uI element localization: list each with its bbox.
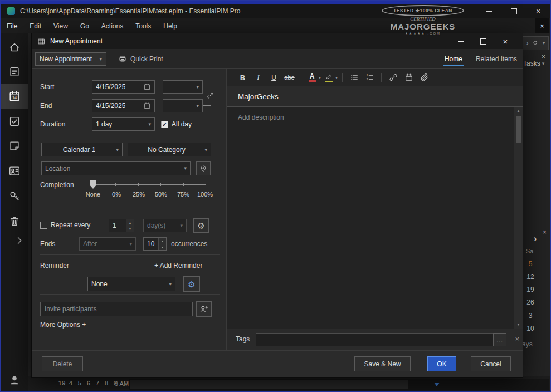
calendar-picker-icon[interactable]: [143, 83, 151, 91]
occurrences-stepper[interactable]: 10 ▲ ▼: [143, 237, 167, 251]
mini-calendar-day[interactable]: 3: [524, 312, 537, 320]
ok-button[interactable]: OK: [427, 356, 456, 371]
underline-button[interactable]: U: [267, 71, 281, 84]
dialog-minimize-button[interactable]: [450, 33, 472, 49]
mini-calendar-day[interactable]: 10: [524, 325, 537, 332]
attach-file-button[interactable]: [417, 71, 431, 84]
chevron-down-icon[interactable]: ▾: [335, 75, 338, 80]
tags-input[interactable]: [256, 333, 493, 346]
repeat-label[interactable]: Repeat every: [51, 221, 90, 229]
sidebar-expand-chevron-icon[interactable]: [14, 235, 25, 246]
cancel-button[interactable]: Cancel: [471, 356, 511, 371]
repeat-interval-stepper[interactable]: 1 ▲ ▼: [109, 219, 134, 232]
completion-slider-handle[interactable]: [90, 180, 96, 189]
menu-view[interactable]: View: [47, 18, 74, 33]
mini-calendar-day[interactable]: 12: [524, 273, 537, 281]
spin-down-icon[interactable]: ▼: [159, 244, 166, 250]
menu-edit[interactable]: Edit: [23, 18, 47, 33]
category-dropdown[interactable]: No Category ▾: [128, 143, 211, 156]
description-area[interactable]: Add description ▲ ▼: [227, 107, 523, 329]
end-time-dropdown[interactable]: ▾: [163, 99, 203, 112]
scrollbar-thumb[interactable]: [130, 380, 408, 389]
reminder-settings-button[interactable]: ⚙: [183, 276, 200, 292]
more-options-expander[interactable]: More Options +: [40, 321, 86, 329]
menu-actions[interactable]: Actions: [95, 18, 129, 33]
scroll-down-arrow-icon[interactable]: [434, 383, 440, 386]
start-date-input[interactable]: 4/15/2025: [92, 80, 155, 94]
sidebar-item-trash[interactable]: [1, 209, 28, 233]
search-box[interactable]: › ▾: [523, 36, 549, 50]
date-cell[interactable]: 4: [66, 380, 75, 386]
chevron-down-icon[interactable]: ▾: [319, 75, 321, 80]
spin-up-icon[interactable]: ▲: [126, 219, 134, 226]
all-day-label[interactable]: All day: [172, 120, 192, 128]
description-scrollbar[interactable]: ▲ ▼: [514, 107, 523, 329]
dialog-close-button[interactable]: ×: [494, 33, 516, 49]
mini-calendar-day[interactable]: 26: [524, 298, 537, 306]
add-participant-button[interactable]: [196, 301, 212, 317]
start-time-dropdown[interactable]: ▾: [163, 80, 203, 94]
invite-participants-input[interactable]: [40, 302, 193, 316]
numbered-list-button[interactable]: 12: [363, 71, 377, 84]
sidebar-item-passwords[interactable]: [1, 184, 28, 208]
tags-browse-button[interactable]: ...: [493, 333, 506, 346]
scroll-down-icon[interactable]: ▼: [514, 323, 523, 326]
quick-print-button[interactable]: Quick Print: [118, 52, 163, 66]
ends-dropdown[interactable]: After ▾: [79, 237, 136, 251]
spin-up-icon[interactable]: ▲: [159, 238, 166, 244]
completion-slider-track[interactable]: [93, 184, 206, 185]
mini-calendar-day[interactable]: 19: [524, 286, 537, 293]
item-type-dropdown[interactable]: New Appointment ▾: [35, 52, 106, 66]
tab-related-items[interactable]: Related Items: [476, 49, 517, 68]
date-cell[interactable]: 7: [93, 380, 102, 386]
repeat-unit-dropdown[interactable]: day(s) ▾: [143, 219, 187, 232]
insert-date-button[interactable]: [402, 71, 416, 84]
user-avatar-icon[interactable]: [8, 374, 21, 386]
sidebar-item-tasks[interactable]: [1, 109, 28, 134]
subject-field[interactable]: MajorGeeks: [227, 86, 523, 107]
spin-down-icon[interactable]: ▼: [126, 226, 134, 232]
end-date-input[interactable]: 4/15/2025: [92, 99, 155, 112]
menu-go[interactable]: Go: [74, 18, 95, 33]
menubar-close-icon[interactable]: ×: [535, 18, 549, 33]
menu-tools[interactable]: Tools: [129, 18, 157, 33]
date-cell[interactable]: 19: [57, 380, 66, 386]
maximize-button[interactable]: [501, 4, 526, 18]
date-cell[interactable]: 6: [84, 380, 93, 386]
bullet-list-button[interactable]: [347, 71, 361, 84]
date-cell[interactable]: 5: [75, 380, 84, 386]
horizontal-scrollbar[interactable]: [129, 379, 549, 390]
sidebar-item-contacts[interactable]: [1, 159, 28, 183]
link-times-icon[interactable]: [207, 92, 214, 99]
sidepanel-close-icon[interactable]: ×: [543, 229, 547, 236]
scrollbar-thumb[interactable]: [516, 116, 521, 143]
delete-button[interactable]: Delete: [42, 356, 83, 371]
sidebar-item-sticky-notes[interactable]: [1, 134, 28, 158]
sidebar-item-calendar[interactable]: 14: [1, 84, 28, 109]
insert-link-button[interactable]: [386, 71, 400, 84]
app-icon[interactable]: [7, 7, 15, 15]
tasks-panel-header[interactable]: Tasks ▾: [523, 60, 544, 67]
calendar-dropdown[interactable]: Calendar 1 ▾: [41, 143, 123, 156]
repeat-checkbox[interactable]: [40, 222, 47, 229]
close-button[interactable]: ×: [526, 4, 550, 18]
italic-button[interactable]: I: [251, 71, 265, 84]
strikethrough-button[interactable]: abe: [282, 71, 296, 84]
save-and-new-button[interactable]: Save & New: [354, 356, 411, 371]
reminder-dropdown[interactable]: None ▾: [87, 277, 175, 291]
calendar-picker-icon[interactable]: [143, 102, 151, 110]
tags-clear-icon[interactable]: ×: [515, 335, 519, 342]
duration-dropdown[interactable]: 1 day ▾: [92, 117, 155, 131]
scroll-up-icon[interactable]: ▲: [514, 109, 523, 112]
sidebar-item-notes[interactable]: [1, 60, 28, 84]
tab-home[interactable]: Home: [445, 49, 462, 68]
all-day-checkbox[interactable]: ✓: [161, 121, 168, 128]
mini-calendar-day[interactable]: 5: [524, 260, 537, 268]
date-cell[interactable]: 8: [102, 380, 111, 386]
font-color-button[interactable]: A: [306, 71, 318, 84]
location-combo[interactable]: Location ▾: [41, 161, 191, 175]
bold-button[interactable]: B: [236, 71, 250, 84]
highlight-button[interactable]: [323, 71, 335, 84]
add-reminder-link[interactable]: + Add Reminder: [154, 262, 202, 270]
next-panel-chevron-icon[interactable]: ›: [534, 234, 537, 243]
